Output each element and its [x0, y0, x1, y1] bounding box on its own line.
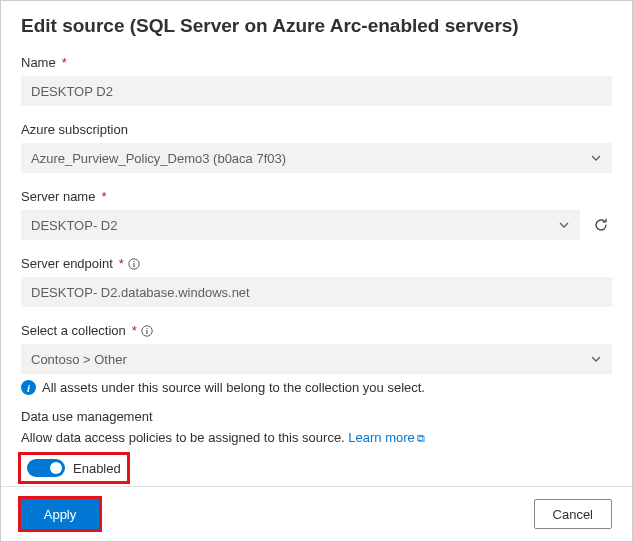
endpoint-input[interactable]: DESKTOP- D2.database.windows.net [21, 277, 612, 307]
apply-button[interactable]: Apply [21, 499, 99, 529]
data-use-description: Allow data access policies to be assigne… [21, 430, 348, 445]
toggle-label: Enabled [73, 461, 121, 476]
subscription-select[interactable]: Azure_Purview_Policy_Demo3 (b0aca 7f03) [21, 143, 612, 173]
name-input[interactable]: DESKTOP D2 [21, 76, 612, 106]
info-icon[interactable] [128, 258, 140, 270]
subscription-label: Azure subscription [21, 122, 612, 137]
collection-label: Select a collection* [21, 323, 612, 338]
server-name-select[interactable]: DESKTOP- D2 [21, 210, 580, 240]
data-use-heading: Data use management [21, 409, 612, 424]
name-value: DESKTOP D2 [31, 84, 113, 99]
collection-value: Contoso > Other [31, 352, 127, 367]
svg-rect-5 [146, 330, 147, 334]
server-name-label: Server name* [21, 189, 612, 204]
learn-more-link[interactable]: Learn more⧉ [348, 430, 424, 445]
server-name-value: DESKTOP- D2 [31, 218, 117, 233]
subscription-value: Azure_Purview_Policy_Demo3 (b0aca 7f03) [31, 151, 286, 166]
info-badge-icon: i [21, 380, 36, 395]
svg-point-4 [146, 327, 147, 328]
endpoint-value: DESKTOP- D2.database.windows.net [31, 285, 250, 300]
chevron-down-icon [558, 219, 570, 231]
cancel-button[interactable]: Cancel [534, 499, 612, 529]
chevron-down-icon [590, 152, 602, 164]
svg-rect-2 [133, 263, 134, 267]
external-link-icon: ⧉ [417, 432, 425, 444]
refresh-icon[interactable] [590, 214, 612, 236]
info-icon[interactable] [141, 325, 153, 337]
collection-select[interactable]: Contoso > Other [21, 344, 612, 374]
chevron-down-icon [590, 353, 602, 365]
endpoint-label: Server endpoint* [21, 256, 612, 271]
svg-point-1 [133, 260, 134, 261]
data-use-toggle[interactable] [27, 459, 65, 477]
collection-info-text: All assets under this source will belong… [42, 380, 425, 395]
name-label: Name* [21, 55, 612, 70]
page-title: Edit source (SQL Server on Azure Arc-ena… [21, 15, 612, 37]
